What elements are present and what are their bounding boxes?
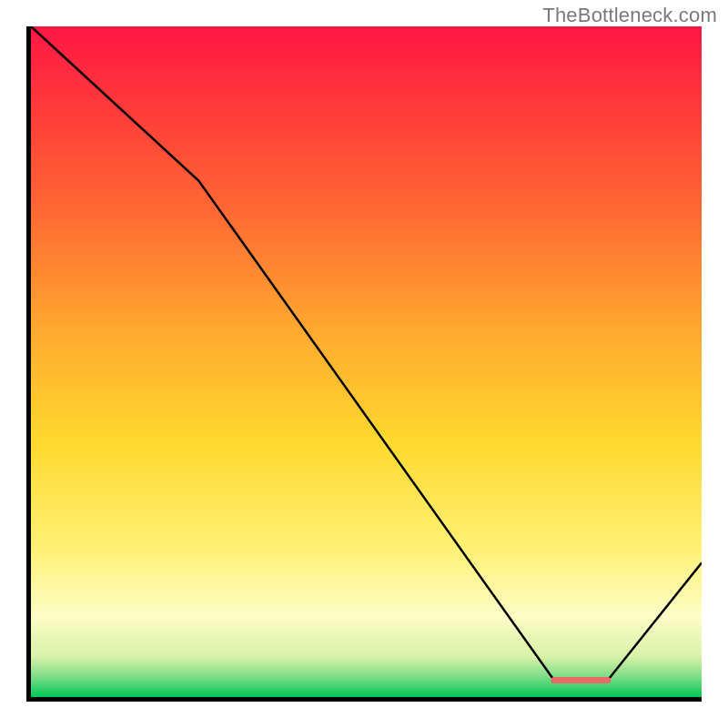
chart-plot-area bbox=[31, 26, 702, 697]
watermark-text: TheBottleneck.com bbox=[542, 4, 717, 27]
bottleneck-chart bbox=[26, 26, 702, 702]
gradient-fill bbox=[31, 26, 702, 697]
